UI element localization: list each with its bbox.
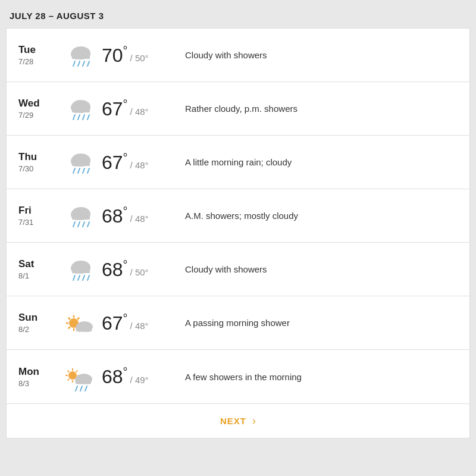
day-date: 8/3 (18, 379, 60, 388)
temperature-col: 67° / 48° (102, 151, 173, 174)
weather-icon-col (60, 255, 102, 284)
temp-high: 67° (102, 151, 128, 174)
day-date: 7/30 (18, 164, 60, 173)
temp-low: / 48° (130, 321, 149, 331)
day-col: Fri 7/31 (18, 205, 60, 227)
next-label: NEXT (220, 416, 246, 426)
day-col: Thu 7/30 (18, 151, 60, 173)
svg-line-20 (73, 168, 75, 173)
temp-low: / 50° (130, 53, 149, 63)
svg-line-4 (73, 61, 75, 66)
next-arrow-icon: › (252, 415, 256, 427)
weather-description: A few showers in the morning (173, 372, 458, 382)
svg-line-13 (78, 115, 80, 120)
svg-line-21 (78, 168, 80, 173)
weather-icon (64, 41, 98, 70)
forecast-row: Sun 8/2 67° / 48° A passing morning show (7, 296, 469, 350)
svg-rect-19 (72, 160, 90, 166)
temp-low: / 49° (130, 375, 149, 385)
weather-icon-col (60, 362, 102, 391)
day-col: Sun 8/2 (18, 312, 60, 334)
page-header: JULY 28 – AUGUST 3 (0, 0, 476, 28)
svg-rect-27 (72, 214, 90, 220)
temperature-col: 67° / 48° (102, 98, 173, 120)
svg-line-7 (87, 61, 89, 66)
weather-icon (64, 255, 98, 284)
svg-line-66 (76, 386, 77, 391)
forecast-row: Thu 7/30 67° / 48° A little morning rain… (7, 136, 469, 189)
temp-high: 68° (102, 258, 128, 281)
weather-description: Cloudy with showers (173, 264, 458, 274)
svg-line-60 (76, 371, 77, 371)
weather-icon-col (60, 41, 102, 70)
day-name: Thu (18, 151, 60, 163)
day-date: 7/28 (18, 57, 60, 66)
day-date: 7/31 (18, 218, 60, 227)
forecast-row: Fri 7/31 68° / 48° A.M. showers; mostly … (7, 189, 469, 243)
temp-low: / 50° (130, 267, 149, 277)
day-name: Fri (18, 205, 60, 217)
temp-high: 70° (102, 44, 128, 67)
forecast-row: Mon 8/3 68° / 49° A (7, 350, 469, 403)
next-bar[interactable]: NEXT › (6, 404, 470, 439)
svg-line-37 (78, 275, 80, 280)
degree-symbol: ° (123, 44, 128, 57)
weather-description: Cloudy with showers (173, 50, 458, 60)
degree-symbol: ° (123, 365, 128, 378)
forecast-row: Tue 7/28 70° / 50° Cloudy with showers (7, 29, 469, 82)
weather-description: A.M. showers; mostly cloudy (173, 211, 458, 221)
temperature-col: 68° / 49° (102, 365, 173, 388)
forecast-row: Sat 8/1 68° / 50° Cloudy with showers (7, 243, 469, 296)
temperature-col: 68° / 50° (102, 258, 173, 281)
degree-symbol: ° (123, 98, 128, 111)
weather-description: A little morning rain; cloudy (173, 157, 458, 167)
svg-line-36 (73, 275, 75, 280)
weather-icon-col (60, 202, 102, 230)
svg-line-38 (83, 275, 84, 280)
svg-line-48 (69, 327, 70, 328)
day-date: 8/1 (18, 271, 60, 280)
date-range-title: JULY 28 – AUGUST 3 (10, 11, 104, 21)
svg-line-5 (78, 61, 80, 66)
temp-low: / 48° (130, 107, 149, 117)
degree-symbol: ° (123, 205, 128, 218)
day-name: Wed (18, 98, 60, 109)
day-date: 8/2 (18, 325, 60, 334)
svg-line-67 (80, 386, 82, 391)
day-col: Sat 8/1 (18, 258, 60, 280)
weather-icon (64, 309, 98, 337)
weather-icon-col (60, 309, 102, 337)
day-date: 7/29 (18, 111, 60, 120)
svg-line-23 (87, 168, 89, 173)
svg-rect-52 (76, 327, 92, 331)
svg-line-30 (83, 222, 84, 227)
svg-line-14 (83, 115, 84, 120)
temperature-col: 67° / 48° (102, 312, 173, 334)
forecast-row: Wed 7/29 67° / 48° Rather cloudy, p.m. s… (7, 82, 469, 136)
day-col: Mon 8/3 (18, 366, 60, 388)
svg-line-22 (83, 168, 84, 173)
temp-high: 68° (102, 365, 128, 388)
day-name: Sun (18, 312, 60, 324)
svg-rect-65 (76, 379, 91, 384)
svg-rect-11 (72, 107, 90, 112)
weather-icon-col (60, 95, 102, 123)
day-col: Wed 7/29 (18, 98, 60, 120)
weather-icon (64, 202, 98, 230)
day-name: Mon (18, 366, 60, 378)
svg-line-47 (78, 318, 79, 319)
day-name: Tue (18, 44, 60, 56)
svg-line-29 (78, 222, 80, 227)
svg-line-6 (83, 61, 84, 66)
degree-symbol: ° (123, 312, 128, 325)
weather-icon-col (60, 148, 102, 177)
svg-line-28 (73, 222, 75, 227)
temperature-col: 70° / 50° (102, 44, 173, 67)
svg-line-58 (68, 371, 68, 371)
degree-symbol: ° (123, 258, 128, 271)
svg-rect-35 (72, 267, 90, 273)
weather-icon (64, 95, 98, 123)
temp-high: 68° (102, 205, 128, 227)
svg-line-45 (69, 318, 70, 319)
svg-line-12 (73, 115, 75, 120)
